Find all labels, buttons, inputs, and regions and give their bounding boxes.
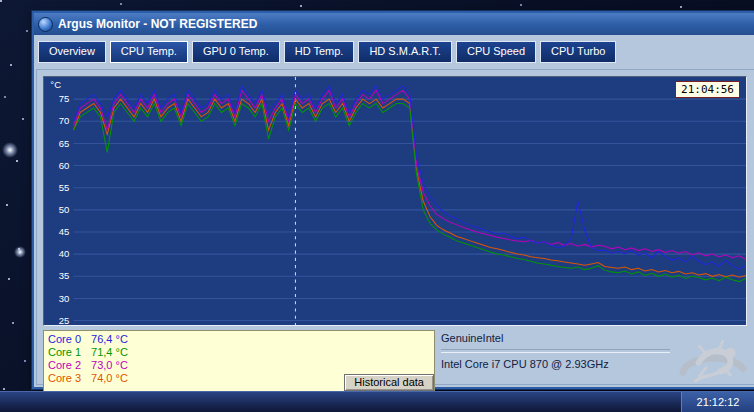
tab-gpu0-temp[interactable]: GPU 0 Temp.: [192, 41, 280, 63]
legend-row-core2: Core 273,0 °C: [48, 359, 430, 372]
legend-row-core0: Core 076,4 °C: [48, 333, 430, 346]
argus-monitor-window: Argus Monitor - NOT REGISTERED Overview …: [31, 10, 754, 390]
legend-row-core1: Core 171,4 °C: [48, 346, 430, 359]
tab-hd-smart[interactable]: HD S.M.A.R.T.: [358, 41, 452, 63]
svg-text:65: 65: [59, 138, 70, 149]
divider: [441, 349, 670, 353]
app-icon: [38, 17, 53, 32]
core-temps-legend: Core 076,4 °C Core 171,4 °C Core 273,0 °…: [43, 330, 435, 392]
core0-value: 76,4 °C: [91, 333, 128, 345]
gecko-logo-icon: [672, 322, 752, 384]
desktop: Argus Monitor - NOT REGISTERED Overview …: [0, 0, 754, 412]
tab-cpu-temp[interactable]: CPU Temp.: [110, 41, 188, 63]
content-panel: °C7570656055504540353025 21:04:56 Core 0…: [36, 69, 754, 385]
svg-text:55: 55: [59, 182, 70, 193]
tab-hd-temp[interactable]: HD Temp.: [284, 41, 355, 63]
tab-bar: Overview CPU Temp. GPU 0 Temp. HD Temp. …: [38, 41, 754, 63]
core2-label: Core 2: [48, 359, 81, 371]
taskbar-clock[interactable]: 21:12:12: [681, 392, 754, 412]
svg-text:75: 75: [59, 93, 70, 104]
temperature-plot: °C7570656055504540353025: [44, 77, 746, 325]
cpu-model: Intel Core i7 CPU 870 @ 2.93GHz: [441, 358, 670, 370]
chart-clock: 21:04:56: [675, 81, 740, 98]
svg-text:70: 70: [59, 116, 70, 127]
star-glow: [14, 246, 26, 258]
star-glow: [2, 142, 18, 158]
svg-text:35: 35: [59, 271, 70, 282]
core2-value: 73,0 °C: [91, 359, 128, 371]
svg-text:40: 40: [59, 248, 70, 259]
cpu-info: GenuineIntel Intel Core i7 CPU 870 @ 2.9…: [441, 332, 670, 370]
title-bar[interactable]: Argus Monitor - NOT REGISTERED: [34, 13, 754, 35]
svg-text:°C: °C: [50, 79, 61, 90]
core3-value: 74,0 °C: [91, 372, 128, 384]
window-title: Argus Monitor - NOT REGISTERED: [58, 17, 257, 31]
core1-label: Core 1: [48, 346, 81, 358]
svg-text:60: 60: [59, 160, 70, 171]
temperature-chart: °C7570656055504540353025 21:04:56: [43, 76, 747, 326]
svg-text:50: 50: [59, 204, 70, 215]
cpu-vendor: GenuineIntel: [441, 332, 670, 344]
core1-value: 71,4 °C: [91, 346, 128, 358]
taskbar: 21:12:12: [0, 391, 754, 412]
svg-text:25: 25: [59, 315, 70, 325]
svg-text:45: 45: [59, 226, 70, 237]
tab-overview[interactable]: Overview: [38, 41, 106, 63]
tab-cpu-speed[interactable]: CPU Speed: [456, 41, 536, 63]
svg-text:30: 30: [59, 293, 70, 304]
historical-data-button[interactable]: Historical data: [344, 374, 434, 391]
tab-cpu-turbo[interactable]: CPU Turbo: [540, 41, 616, 63]
core0-label: Core 0: [48, 333, 81, 345]
core3-label: Core 3: [48, 372, 81, 384]
